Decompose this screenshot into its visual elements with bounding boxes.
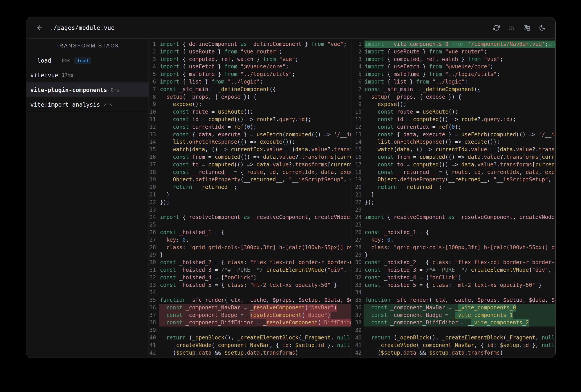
code-line: 7const _sfc_main = _defineComponent({ — [149, 86, 351, 93]
line-number: 7 — [149, 86, 159, 93]
code-line: 10 const route = useRoute(); — [351, 108, 556, 116]
sidebar-item-load[interactable]: __load__0msload — [26, 53, 148, 68]
code-text: const _hoisted_5 = { class: "ml-2 text-x… — [364, 282, 556, 289]
code-text: key: 0, — [364, 236, 556, 244]
line-number: 9 — [149, 101, 159, 108]
code-text: }); — [364, 199, 556, 206]
code-line: 5import { msToTime } from "../logic/util… — [149, 70, 351, 78]
line-number: 5 — [149, 70, 159, 78]
code-line: 40 return (_openBlock(), _createElementB… — [351, 334, 556, 342]
code-line: 14 list.onFetchResponse(() => execute())… — [351, 138, 556, 146]
code-text: const id = computed(() => route?.query.i… — [159, 116, 351, 124]
line-number: 24 — [149, 214, 159, 221]
code-line: 20 return __returned__; — [149, 184, 351, 191]
code-line: 33const _hoisted_5 = { class: "ml-2 text… — [149, 282, 351, 289]
code-line: 4import { useFetch } from "@vueuse/core"… — [149, 63, 351, 70]
code-text: function _sfc_render(_ctx, _cache, $prop… — [159, 296, 351, 304]
diff-added-line: const _component_DiffEditor = __vite_com… — [364, 319, 556, 326]
back-button[interactable] — [36, 24, 44, 32]
line-number: 4 — [149, 63, 159, 70]
code-text — [159, 289, 351, 296]
code-text: list.onFetchResponse(() => execute()); — [159, 138, 351, 146]
line-number: 21 — [351, 191, 364, 199]
code-line: 28 class: "grid grid-cols-[300px,3fr] h-… — [149, 244, 351, 252]
line-number: 26 — [149, 229, 159, 236]
code-line: 28 class: "grid grid-cols-[300px,3fr] h-… — [351, 244, 556, 252]
line-number: 10 — [351, 108, 364, 116]
line-number: 8 — [351, 93, 364, 101]
code-text: const id = computed(() => route?.query.i… — [364, 116, 556, 124]
code-line: 27 key: 0, — [149, 236, 351, 244]
line-number: 12 — [149, 124, 159, 131]
code-text: const _hoisted_4 = ["onClick"] — [364, 274, 556, 282]
line-number: 7 — [351, 86, 364, 93]
code-line: 41 _createVNode(_component_NavBar, { id:… — [149, 342, 351, 349]
line-wrap-button[interactable] — [508, 24, 515, 31]
code-text: const currentIdx = ref(0); — [364, 124, 556, 131]
code-text: const _hoisted_4 = ["onClick"] — [159, 274, 351, 282]
code-line: 1import { defineComponent as _defineComp… — [149, 40, 351, 48]
line-number: 5 — [351, 70, 364, 78]
code-text: import { useFetch } from "@vueuse/core"; — [159, 63, 351, 70]
diff-added-line: const _component_NavBar = __vite_compone… — [364, 304, 556, 312]
code-text: import { useRoute } from "vue-router"; — [364, 48, 556, 56]
code-line: 12 const currentIdx = ref(0); — [351, 124, 556, 131]
code-text: _createVNode(_component_NavBar, { id: $s… — [159, 342, 351, 349]
code-line: 32const _hoisted_4 = ["onClick"] — [351, 274, 556, 282]
code-line: 42 ($setup.data && $setup.data.transform… — [149, 349, 351, 357]
code-line: 16 const from = computed(() => data.valu… — [351, 154, 556, 161]
code-line: 26const _hoisted_1 = { — [351, 229, 556, 236]
sidebar-item-vite-plugin-components[interactable]: vite-plugin-components0ms — [26, 83, 148, 97]
code-line: 35function _sfc_render(_ctx, _cache, $pr… — [351, 296, 556, 304]
refresh-button[interactable] — [493, 24, 500, 31]
code-line: 34 — [351, 289, 556, 296]
code-text: const __returned__ = { route, id, curren… — [364, 168, 556, 176]
code-line: 37 const _component_Badge = __vite_compo… — [351, 312, 556, 319]
diff-pane-before[interactable]: 1import { defineComponent as _defineComp… — [149, 38, 351, 358]
side-by-side-button[interactable] — [523, 24, 530, 32]
code-text: const currentIdx = ref(0); — [159, 124, 351, 131]
line-number: 2 — [351, 48, 364, 56]
code-text: }); — [159, 199, 351, 206]
code-line: 14 list.onFetchResponse(() => execute())… — [149, 138, 351, 146]
dark-mode-button[interactable] — [539, 24, 546, 31]
line-number: 25 — [149, 221, 159, 229]
code-line: 20 return __returned__; — [351, 184, 556, 191]
code-line: 21 } — [351, 191, 556, 199]
code-text: ($setup.data && $setup.data.transforms) — [159, 349, 351, 357]
code-line: 41 _createVNode(_component_NavBar, { id:… — [351, 342, 556, 349]
inspector-window: ./pages/module.vue — [26, 17, 556, 358]
line-number: 14 — [351, 138, 364, 146]
code-text: const to = computed(() => data.value?.tr… — [364, 161, 556, 168]
code-text: import { useFetch } from "@vueuse/core"; — [364, 63, 556, 70]
code-line: 31const _hoisted_3 = /*#__PURE__*/_creat… — [149, 266, 351, 274]
toolbar — [493, 24, 546, 32]
code-line: 34 — [149, 289, 351, 296]
code-line: 29} — [149, 251, 351, 259]
line-number: 18 — [351, 168, 364, 176]
diff-added-line: import __vite_components_0 from '/compon… — [364, 40, 556, 48]
line-number: 1 — [351, 40, 364, 48]
line-number: 36 — [351, 304, 364, 312]
top-bar: ./pages/module.vue — [26, 17, 556, 38]
sidebar-item-vite-vue[interactable]: vite:vue17ms — [26, 68, 148, 83]
code-text: import { resolveComponent as _resolveCom… — [364, 214, 556, 221]
code-line: 9 expose(); — [351, 101, 556, 108]
line-number: 12 — [351, 124, 364, 131]
line-number: 21 — [149, 191, 159, 199]
line-number: 40 — [351, 334, 364, 342]
code-line: 1import __vite_components_0 from '/compo… — [351, 40, 556, 48]
line-number: 40 — [149, 334, 159, 342]
line-number: 15 — [351, 146, 364, 154]
line-number: 38 — [351, 319, 364, 326]
line-number: 33 — [149, 282, 159, 289]
line-number: 35 — [351, 296, 364, 304]
plugin-name: vite:import-analysis — [30, 101, 100, 108]
code-line: 30const _hoisted_2 = { class: "flex flex… — [351, 259, 556, 266]
code-text: _createVNode(_component_NavBar, { id: $s… — [364, 342, 556, 349]
code-text: const { data, execute } = useFetch(compu… — [159, 131, 351, 138]
code-text: import { resolveComponent as _resolveCom… — [159, 214, 351, 221]
sidebar-item-vite-import-analysis[interactable]: vite:import-analysis2ms — [26, 97, 148, 112]
diff-pane-after[interactable]: 1import __vite_components_0 from '/compo… — [351, 38, 556, 358]
code-text: import { msToTime } from "../logic/utils… — [159, 70, 351, 78]
